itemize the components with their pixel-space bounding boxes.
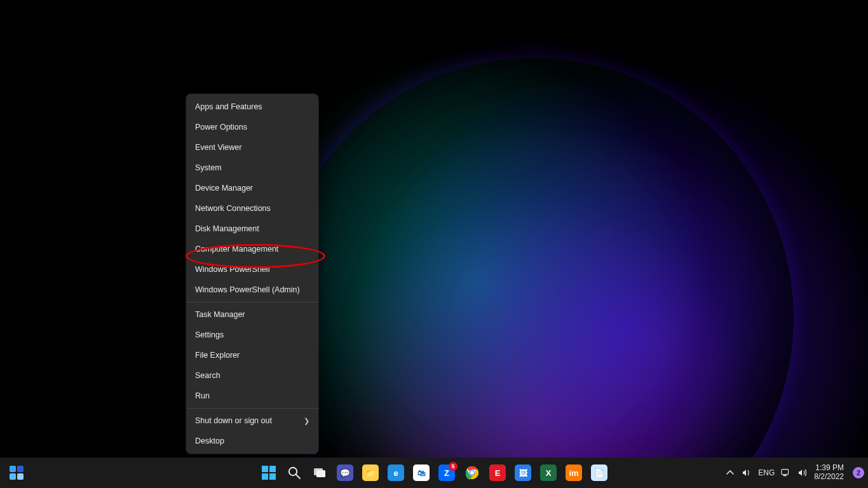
menu-item-device-manager[interactable]: Device Manager xyxy=(186,178,318,198)
task-view-button[interactable] xyxy=(307,460,332,485)
menu-item-label: Search xyxy=(195,371,220,380)
photos-button[interactable]: 🖼 xyxy=(510,460,536,485)
network-icon xyxy=(781,468,791,477)
menu-item-search[interactable]: Search xyxy=(186,365,318,386)
notepad-icon: 📄 xyxy=(591,464,607,481)
notifications-button[interactable]: 2 xyxy=(853,467,864,478)
svg-rect-6 xyxy=(262,473,268,480)
menu-item-label: File Explorer xyxy=(195,351,240,360)
imou-button[interactable]: im xyxy=(561,460,587,485)
menu-item-file-explorer[interactable]: File Explorer xyxy=(186,345,318,365)
menu-item-label: Disk Management xyxy=(195,224,259,233)
menu-item-label: System xyxy=(195,163,222,172)
clock-date: 8/2/2022 xyxy=(814,473,844,482)
menu-item-shutdown[interactable]: Shut down or sign out ❯ xyxy=(186,410,318,431)
menu-item-label: Run xyxy=(195,391,210,400)
menu-item-label: Power Options xyxy=(195,123,247,132)
widgets-icon xyxy=(10,466,24,480)
svg-rect-15 xyxy=(782,470,789,475)
menu-item-label: Settings xyxy=(195,330,224,339)
svg-line-9 xyxy=(296,475,300,478)
menu-item-label: Shut down or sign out xyxy=(195,416,272,425)
menu-item-system[interactable]: System xyxy=(186,158,318,178)
winx-context-menu: Apps and Features Power Options Event Vi… xyxy=(186,93,319,454)
imou-icon: im xyxy=(566,464,582,481)
menu-item-powershell[interactable]: Windows PowerShell xyxy=(186,259,318,280)
tray-language-button[interactable]: ENG xyxy=(758,468,775,477)
clock-button[interactable]: 1:39 PM 8/2/2022 xyxy=(814,464,846,482)
explorer-icon: 📁 xyxy=(362,464,379,481)
svg-rect-7 xyxy=(269,473,276,480)
chat-icon: 💬 xyxy=(337,464,353,481)
svg-rect-5 xyxy=(269,466,276,472)
badge: 5 xyxy=(449,462,458,471)
menu-item-power-options[interactable]: Power Options xyxy=(186,117,318,137)
store-button[interactable]: 🛍 xyxy=(409,460,434,485)
menu-item-label: Apps and Features xyxy=(195,102,262,111)
clock-time: 1:39 PM xyxy=(814,464,844,473)
speaker-icon xyxy=(742,468,752,478)
svg-rect-16 xyxy=(783,475,787,477)
menu-separator xyxy=(186,408,318,409)
tray-volume-icon[interactable] xyxy=(742,468,752,478)
notepad-button[interactable]: 📄 xyxy=(587,460,612,485)
menu-item-label: Event Viewer xyxy=(195,143,241,152)
chevron-up-icon xyxy=(726,469,734,477)
menu-item-event-viewer[interactable]: Event Viewer xyxy=(186,137,318,158)
svg-point-14 xyxy=(470,471,474,475)
menu-item-label: Network Connections xyxy=(195,204,271,213)
menu-item-disk-management[interactable]: Disk Management xyxy=(186,219,318,239)
store-icon: 🛍 xyxy=(413,464,430,481)
tray-network-button[interactable] xyxy=(781,468,791,478)
file-explorer-button[interactable]: 📁 xyxy=(358,460,383,485)
taskbar: 💬📁e🛍Z5E🖼Xim📄 ENG 1:39 PM 8/2/2022 2 xyxy=(0,458,868,488)
photos-icon: 🖼 xyxy=(515,464,531,481)
menu-item-settings[interactable]: Settings xyxy=(186,325,318,345)
evkey-button[interactable]: E xyxy=(485,460,510,485)
chrome-icon xyxy=(465,465,480,480)
menu-item-label: Computer Management xyxy=(195,245,278,254)
excel-button[interactable]: X xyxy=(536,460,561,485)
menu-item-run[interactable]: Run xyxy=(186,386,318,406)
menu-separator xyxy=(186,302,318,302)
widgets-button[interactable] xyxy=(4,460,29,485)
svg-rect-1 xyxy=(17,466,24,472)
edge-icon: e xyxy=(388,464,404,481)
chevron-right-icon: ❯ xyxy=(304,417,309,425)
svg-rect-4 xyxy=(262,466,268,472)
menu-item-label: Windows PowerShell (Admin) xyxy=(195,285,300,294)
chrome-button[interactable] xyxy=(459,460,485,485)
svg-rect-2 xyxy=(10,473,16,480)
menu-item-label: Windows PowerShell xyxy=(195,265,269,274)
excel-icon: X xyxy=(540,464,557,481)
desktop-wallpaper[interactable] xyxy=(0,0,868,488)
menu-item-network-connections[interactable]: Network Connections xyxy=(186,198,318,219)
svg-rect-0 xyxy=(10,466,16,472)
windows-start-icon xyxy=(261,465,276,480)
menu-item-label: Desktop xyxy=(195,437,224,445)
menu-item-computer-management[interactable]: Computer Management xyxy=(186,239,318,259)
menu-item-task-manager[interactable]: Task Manager xyxy=(186,304,318,325)
search-button[interactable] xyxy=(281,460,307,485)
start-button[interactable] xyxy=(256,460,281,485)
zalo-button[interactable]: Z5 xyxy=(434,460,459,485)
tray-sound-button[interactable] xyxy=(797,468,808,478)
tray-overflow-button[interactable] xyxy=(725,468,735,478)
evkey-icon: E xyxy=(489,464,506,481)
search-icon xyxy=(287,466,301,480)
menu-item-powershell-admin[interactable]: Windows PowerShell (Admin) xyxy=(186,280,318,300)
task-view-icon xyxy=(312,465,327,480)
zalo-icon: Z5 xyxy=(438,464,455,481)
chat-button[interactable]: 💬 xyxy=(332,460,358,485)
menu-item-apps-features[interactable]: Apps and Features xyxy=(186,97,318,117)
edge-button[interactable]: e xyxy=(383,460,409,485)
svg-rect-3 xyxy=(17,473,24,480)
menu-item-label: Device Manager xyxy=(195,184,253,193)
svg-rect-11 xyxy=(316,470,325,477)
menu-item-label: Task Manager xyxy=(195,310,245,319)
menu-item-desktop[interactable]: Desktop xyxy=(186,431,318,451)
system-tray: ENG 1:39 PM 8/2/2022 2 xyxy=(725,458,864,488)
speaker-icon xyxy=(797,468,808,478)
